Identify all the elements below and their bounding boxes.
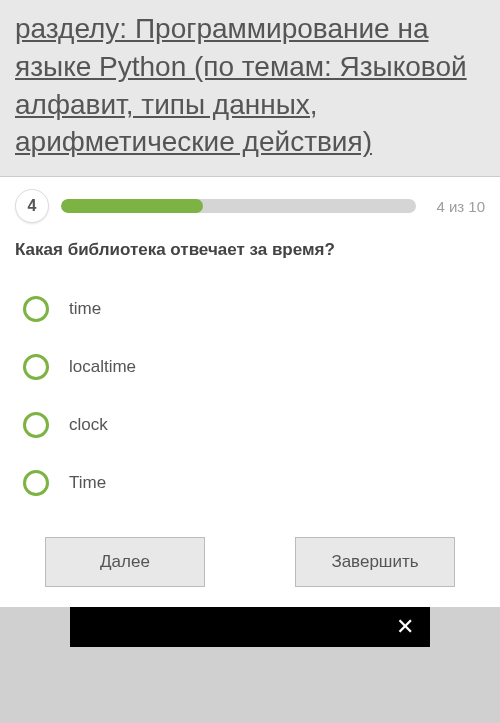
quiz-card: 4 4 из 10 Какая библиотека отвечает за в… bbox=[0, 177, 500, 607]
progress-row: 4 4 из 10 bbox=[0, 177, 500, 235]
option-label: time bbox=[69, 299, 101, 319]
button-row: Далее Завершить bbox=[0, 512, 500, 607]
option-time[interactable]: time bbox=[15, 280, 485, 338]
finish-button[interactable]: Завершить bbox=[295, 537, 455, 587]
next-button[interactable]: Далее bbox=[45, 537, 205, 587]
quiz-header: разделу: Программирование на языке Pytho… bbox=[0, 0, 500, 177]
question-number-badge: 4 bbox=[15, 189, 49, 223]
option-label: clock bbox=[69, 415, 108, 435]
option-Time[interactable]: Time bbox=[15, 454, 485, 512]
progress-text: 4 из 10 bbox=[436, 198, 485, 215]
close-icon[interactable]: ✕ bbox=[390, 612, 420, 642]
option-localtime[interactable]: localtime bbox=[15, 338, 485, 396]
option-label: localtime bbox=[69, 357, 136, 377]
radio-icon bbox=[23, 470, 49, 496]
option-clock[interactable]: clock bbox=[15, 396, 485, 454]
progress-bar-fill bbox=[61, 199, 203, 213]
radio-icon bbox=[23, 354, 49, 380]
option-label: Time bbox=[69, 473, 106, 493]
radio-icon bbox=[23, 412, 49, 438]
quiz-title[interactable]: разделу: Программирование на языке Pytho… bbox=[15, 10, 485, 161]
progress-bar bbox=[61, 199, 416, 213]
question-text: Какая библиотека отвечает за время? bbox=[0, 235, 500, 280]
options-list: time localtime clock Time bbox=[0, 280, 500, 512]
radio-icon bbox=[23, 296, 49, 322]
ad-overlay: ✕ bbox=[70, 607, 430, 647]
